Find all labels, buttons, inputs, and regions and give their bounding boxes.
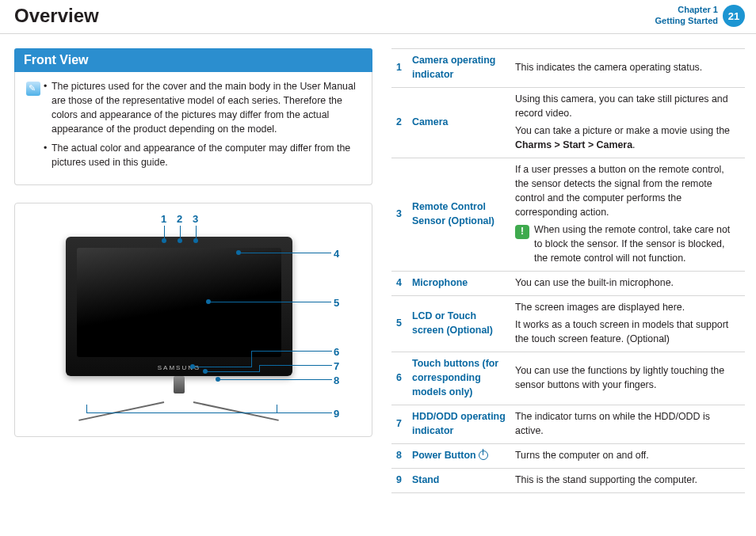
header-right: Chapter 1 Getting Started 21 bbox=[655, 5, 745, 27]
power-icon bbox=[479, 450, 488, 460]
callout-3: 3 bbox=[193, 213, 198, 225]
row-term: HDD/ODD operating indicator bbox=[407, 405, 510, 443]
row-number: 3 bbox=[391, 158, 407, 271]
table-row: 9StandThis is the stand supporting the c… bbox=[391, 468, 745, 492]
description-paragraph: The screen images are displayed here. bbox=[515, 301, 740, 315]
table-row: 4MicrophoneYou can use the built-in micr… bbox=[391, 271, 745, 295]
caution-icon: ! bbox=[515, 225, 529, 239]
chapter-line1: Chapter 1 bbox=[655, 5, 718, 16]
description-paragraph: This indicates the camera operating stat… bbox=[515, 61, 740, 75]
page-title: Overview bbox=[14, 5, 99, 27]
row-number: 6 bbox=[391, 352, 407, 405]
row-term: LCD or Touch screen (Optional) bbox=[407, 295, 510, 352]
page-header: Overview Chapter 1 Getting Started 21 bbox=[0, 0, 756, 34]
row-number: 9 bbox=[391, 468, 407, 492]
section-title: Front View bbox=[14, 48, 372, 72]
description-paragraph: You can use the functions by lightly tou… bbox=[515, 364, 740, 393]
callout-6: 6 bbox=[334, 346, 339, 358]
description-paragraph: You can use the built-in microphone. bbox=[515, 276, 740, 291]
note-item: The actual color and appearance of the c… bbox=[26, 142, 361, 170]
front-view-diagram: SAMSUNG 1 2 3 4 5 6 bbox=[14, 203, 372, 437]
description-paragraph: This is the stand supporting the compute… bbox=[515, 473, 740, 488]
row-description: You can use the built-in microphone. bbox=[510, 271, 745, 295]
description-paragraph: Turns the computer on and off. bbox=[515, 449, 740, 463]
monitor-body: SAMSUNG bbox=[66, 237, 292, 376]
row-term: Microphone bbox=[407, 271, 510, 295]
table-row: 6Touch buttons (for corresponding models… bbox=[391, 352, 745, 405]
table-row: 2CameraUsing this camera, you can take s… bbox=[391, 87, 745, 158]
note-list: The pictures used for the cover and the … bbox=[26, 80, 361, 170]
description-paragraph: Using this camera, you can take still pi… bbox=[515, 93, 740, 121]
row-description: You can use the functions by lightly tou… bbox=[510, 352, 745, 405]
row-number: 4 bbox=[391, 271, 407, 295]
row-term: Power Button bbox=[407, 443, 510, 468]
row-description: Using this camera, you can take still pi… bbox=[510, 87, 745, 158]
row-term: Camera bbox=[407, 87, 510, 158]
note-text: The pictures used for the cover and the … bbox=[52, 80, 361, 137]
callout-9: 9 bbox=[334, 408, 339, 420]
monitor-stand-neck bbox=[174, 376, 185, 393]
callout-5: 5 bbox=[334, 297, 339, 309]
row-description: The indicator turns on while the HDD/ODD… bbox=[510, 405, 745, 443]
component-table-body: 1Camera operating indicatorThis indicate… bbox=[391, 49, 745, 493]
description-paragraph: It works as a touch screen in models tha… bbox=[515, 318, 740, 347]
callout-7: 7 bbox=[334, 360, 339, 372]
row-description: If a user presses a button on the remote… bbox=[510, 158, 745, 271]
table-row: 3Remote Control Sensor (Optional)If a us… bbox=[391, 158, 745, 271]
chapter-label: Chapter 1 Getting Started bbox=[655, 5, 718, 27]
description-paragraph: You can take a picture or make a movie u… bbox=[515, 124, 740, 153]
page-number-badge: 21 bbox=[723, 5, 745, 27]
table-row: 8Power ButtonTurns the computer on and o… bbox=[391, 443, 745, 468]
row-term: Stand bbox=[407, 468, 510, 492]
monitor-screen bbox=[77, 248, 281, 357]
row-term: Touch buttons (for corresponding models … bbox=[407, 352, 510, 405]
chapter-line2: Getting Started bbox=[655, 16, 718, 27]
table-row: 7HDD/ODD operating indicatorThe indicato… bbox=[391, 405, 745, 443]
component-table: 1Camera operating indicatorThis indicate… bbox=[391, 48, 745, 493]
monitor-stand-leg bbox=[193, 401, 279, 421]
callout-2: 2 bbox=[177, 213, 182, 225]
bullet-icon bbox=[44, 80, 52, 137]
note-text: The actual color and appearance of the c… bbox=[52, 142, 361, 170]
callout-8: 8 bbox=[334, 374, 339, 386]
note-icon bbox=[26, 82, 40, 96]
row-description: This is the stand supporting the compute… bbox=[510, 468, 745, 492]
description-paragraph: The indicator turns on while the HDD/ODD… bbox=[515, 410, 740, 439]
bullet-icon bbox=[44, 142, 52, 170]
note-box: The pictures used for the cover and the … bbox=[14, 72, 372, 185]
row-number: 1 bbox=[391, 49, 407, 88]
description-paragraph: If a user presses a button on the remote… bbox=[515, 163, 740, 220]
row-number: 7 bbox=[391, 405, 407, 443]
row-term: Camera operating indicator bbox=[407, 49, 510, 88]
callout-4: 4 bbox=[334, 248, 339, 260]
row-term: Remote Control Sensor (Optional) bbox=[407, 158, 510, 271]
row-description: This indicates the camera operating stat… bbox=[510, 49, 745, 88]
note-item: The pictures used for the cover and the … bbox=[26, 80, 361, 137]
caution-text: When using the remote control, take care… bbox=[534, 223, 740, 266]
row-description: The screen images are displayed here.It … bbox=[510, 295, 745, 352]
row-number: 5 bbox=[391, 295, 407, 352]
row-description: Turns the computer on and off. bbox=[510, 443, 745, 468]
caution-block: !When using the remote control, take car… bbox=[515, 223, 740, 266]
callout-1: 1 bbox=[161, 213, 166, 225]
table-row: 1Camera operating indicatorThis indicate… bbox=[391, 49, 745, 88]
monitor-stand-leg bbox=[78, 401, 164, 421]
row-number: 8 bbox=[391, 443, 407, 468]
row-number: 2 bbox=[391, 87, 407, 158]
table-row: 5LCD or Touch screen (Optional)The scree… bbox=[391, 295, 745, 352]
